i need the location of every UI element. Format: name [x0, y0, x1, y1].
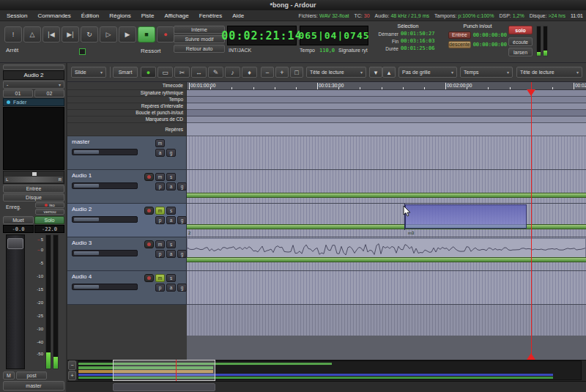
track-header-audio-2[interactable]: Audio 2mspag	[67, 204, 187, 237]
track-gain-slider[interactable]	[72, 284, 138, 290]
empty-canvas[interactable]	[187, 305, 586, 336]
track-a-button[interactable]: a	[166, 216, 176, 224]
zoom-in-button[interactable]: +	[275, 67, 289, 78]
loop-button[interactable]: ↻	[81, 26, 98, 42]
record-enable-button[interactable]	[144, 207, 154, 215]
track-p-button[interactable]: p	[155, 284, 165, 292]
scrollbar-thumb[interactable]	[113, 383, 215, 391]
menu-item-aide[interactable]: Aide	[227, 10, 249, 21]
internal-edit-tool-button[interactable]: ♦	[242, 67, 257, 78]
selection-length-value[interactable]: 00:01:25:06	[401, 45, 434, 51]
meter-point-button[interactable]: post	[16, 371, 47, 380]
strip-tab-01[interactable]: 01	[3, 89, 33, 97]
track-m-button[interactable]: m	[155, 207, 165, 215]
feedback-button[interactable]: larsen	[508, 48, 533, 56]
global-solo-button[interactable]: solo	[508, 26, 533, 34]
horizontal-scrollbar[interactable]	[67, 381, 586, 392]
ruler-label-reperes-d-intervalle[interactable]: Repères d'intervalle	[67, 103, 187, 110]
ruler-label-boucle-et-punch-in-out[interactable]: Boucle et punch-in/out	[67, 110, 187, 117]
ruler-reperes-d-intervalle[interactable]	[187, 103, 586, 110]
track-gain-slider[interactable]	[72, 149, 138, 155]
gain-display[interactable]: -0.0	[3, 225, 34, 233]
pan-handle[interactable]	[32, 172, 37, 176]
range-tool-button[interactable]: ▭	[157, 67, 173, 78]
menu-item-session[interactable]: Session	[1, 10, 32, 21]
track-s-button[interactable]: s	[166, 274, 176, 282]
audition-button[interactable]: écoute	[508, 37, 533, 46]
menu-item-regions[interactable]: Régions	[104, 10, 136, 21]
track-p-button[interactable]: p	[155, 250, 165, 258]
track-m-button[interactable]: m	[155, 139, 165, 147]
edit-mode-combo[interactable]: Slide▾	[71, 67, 106, 78]
processor-led-icon[interactable]	[7, 100, 10, 104]
track-gain-slider-thumb[interactable]	[74, 150, 99, 154]
track-g-button[interactable]: g	[177, 250, 187, 258]
track-m-button[interactable]: m	[155, 240, 165, 248]
track-s-button[interactable]: s	[166, 207, 176, 215]
play-button[interactable]: ▶	[119, 26, 136, 42]
summary-view-rect[interactable]	[113, 360, 215, 381]
track-a-button[interactable]: a	[166, 284, 176, 292]
menu-item-edition[interactable]: Édition	[76, 10, 104, 21]
track-content-audio-4[interactable]	[187, 271, 586, 305]
record-enable-button[interactable]	[144, 173, 154, 181]
record-button[interactable]: ●	[157, 26, 174, 42]
processor-box[interactable]	[3, 107, 64, 170]
ruler-label-tempo[interactable]: Tempo	[67, 97, 187, 103]
track-p-button[interactable]: p	[155, 216, 165, 224]
playhead-marker-top[interactable]	[527, 89, 535, 96]
track-content-master[interactable]	[187, 136, 586, 170]
strip-solo-button[interactable]: Solo	[34, 216, 64, 224]
summary-zoom-in-button[interactable]: +	[68, 371, 76, 380]
mono-button[interactable]: M	[3, 371, 15, 380]
metronome-button[interactable]: △	[23, 26, 41, 42]
goto-start-button[interactable]: |◀	[42, 26, 60, 42]
summary-zoom-out-button[interactable]: −	[68, 360, 76, 370]
stretch-tool-button[interactable]: ↔	[191, 67, 207, 78]
panner[interactable]: L R	[3, 171, 64, 184]
peak-display[interactable]: -22.0	[34, 225, 64, 233]
track-gain-slider-thumb[interactable]	[74, 184, 99, 188]
sync-source-button[interactable]: Interne	[174, 26, 225, 34]
punch-in-button[interactable]: Entrée	[448, 32, 471, 39]
track-header-master[interactable]: mastermag	[67, 136, 187, 170]
track-m-button[interactable]: m	[155, 173, 165, 181]
ruler-label-signature-rythmique[interactable]: Signature rythmique	[67, 90, 187, 97]
cut-tool-button[interactable]: ✂	[174, 67, 190, 78]
record-enable-button[interactable]	[144, 274, 154, 282]
menu-item-fenetres[interactable]: Fenêtres	[194, 10, 228, 21]
track-gain-slider-thumb[interactable]	[74, 251, 99, 255]
follow-edits-button[interactable]: Suivre modif	[174, 35, 225, 43]
object-tool-button[interactable]: ●	[141, 67, 156, 78]
zoom-out-button[interactable]: −	[261, 67, 274, 78]
transport-option-checkbox[interactable]	[79, 48, 86, 55]
ruler-reperes[interactable]	[187, 123, 586, 136]
menu-item-commandes[interactable]: Commandes	[32, 10, 75, 21]
track-gain-slider[interactable]	[72, 216, 138, 223]
smart-mode-button[interactable]: Smart	[113, 67, 138, 78]
snap-mode-combo[interactable]: Pas de grille▾	[398, 67, 457, 78]
midi-panic-button[interactable]: !	[4, 26, 22, 42]
menu-item-affichage[interactable]: Affichage	[159, 10, 193, 21]
track-gain-slider[interactable]	[72, 182, 138, 189]
strip-group-combo[interactable]: -▾	[3, 81, 64, 89]
selection-end-value[interactable]: 00:03:16:03	[401, 38, 434, 44]
secondary-clock[interactable]: 065|04|0745	[300, 26, 368, 45]
punch-out-value[interactable]: 00:00:00:00	[473, 42, 507, 48]
track-m-button[interactable]: m	[155, 274, 165, 282]
track-header-audio-1[interactable]: Audio 1mspag	[67, 170, 187, 204]
track-gain-slider[interactable]	[72, 250, 138, 256]
titlebar[interactable]: *bong - Ardour	[0, 0, 586, 10]
track-header-audio-3[interactable]: Audio 3mspag	[67, 237, 187, 271]
track-content-audio-1[interactable]	[187, 170, 586, 204]
strip-mute-button[interactable]: Muet	[3, 216, 34, 224]
track-p-button[interactable]: p	[155, 182, 165, 191]
track-a-button[interactable]: a	[155, 149, 165, 157]
track-g-button[interactable]: g	[177, 284, 187, 292]
ruler-tempo[interactable]	[187, 97, 586, 103]
track-g-button[interactable]: g	[166, 149, 176, 157]
primary-clock[interactable]: 00:02:21:14	[227, 26, 297, 45]
track-a-button[interactable]: a	[166, 250, 176, 258]
ruler-marqueurs-de-cd[interactable]	[187, 117, 586, 123]
processor-fader-entry[interactable]: Fader	[3, 98, 64, 106]
